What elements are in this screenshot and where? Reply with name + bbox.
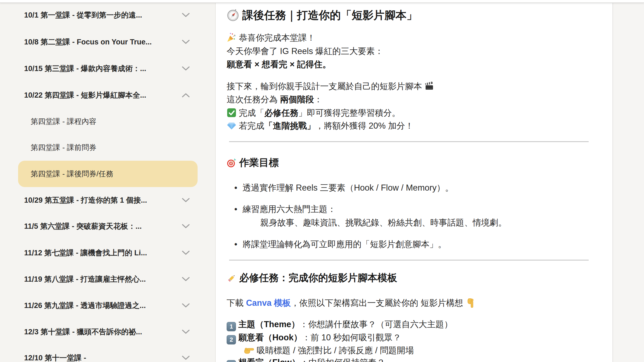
keycap-2-icon: 2 (227, 335, 236, 344)
text-run: 作業目標 (236, 157, 279, 168)
text-run: 親身故事、趣味資訊、挑戰紀錄、粉絲共創、時事話題、情境劇。 (260, 218, 507, 227)
text-run: 恭喜你完成本堂課！ (236, 33, 315, 43)
sidebar-subitem-1[interactable]: 第四堂課 - 課程內容 (0, 108, 216, 135)
sidebar-subitem-label: 第四堂課 - 課程內容 (31, 117, 96, 126)
sidebar-item-label: 12/10 第十一堂課 - (24, 353, 86, 362)
chevron-down-icon[interactable] (182, 66, 190, 71)
point-right-icon (244, 346, 254, 355)
chevron-down-icon[interactable] (182, 355, 190, 360)
sidebar-item-label: 12/3 第十堂課 - 獵頭不告訴你的祕... (24, 327, 142, 337)
text-run: 願意看（Hook） (238, 333, 302, 342)
text-run: 將課堂理論轉化為可立即應用的「短影片創意腳本」。 (243, 239, 446, 249)
text-run: ：你想講什麼故事？（可選自六大主題） (300, 319, 453, 329)
script-step-line: 2 願意看（Hook）：前 10 秒如何吸引觀眾？ (227, 331, 401, 344)
sidebar-item-lesson-8[interactable]: 11/19 第八堂課 - 打造讓雇主怦然心... (0, 266, 216, 292)
text-run: 必修任務：完成你的短影片腳本模板 (236, 272, 397, 283)
text-run: 「進階挑戰」 (264, 121, 315, 131)
sidebar-item-label: 11/12 第七堂課 - 讓機會找上門的 Li... (24, 248, 147, 258)
text-run: 」即可獲得完整學習積分。 (298, 108, 400, 118)
chevron-down-icon[interactable] (182, 13, 190, 18)
goal-bullet: 練習應用六大熱門主題： (227, 203, 336, 216)
point-down-icon (466, 298, 476, 308)
sidebar-item-label: 10/15 第三堂課 - 爆款內容養成術：... (24, 64, 146, 73)
keycap-3-icon: 3 (227, 360, 236, 362)
sidebar-item-label: 11/5 第六堂課 - 突破薪資天花板：... (24, 221, 142, 231)
goal-bullet: 透過實作理解 Reels 三要素（Hook / Flow / Memory）。 (227, 181, 454, 194)
chevron-down-icon[interactable] (182, 250, 190, 255)
page-title: 課後任務｜打造你的「短影片腳本」 (227, 7, 417, 23)
text-run: 今天你學會了 IG Reels 爆紅的三大要素： (227, 46, 383, 56)
text-run: 透過實作理解 Reels 三要素（Hook / Flow / Memory）。 (243, 183, 454, 193)
text-run (236, 333, 238, 342)
intro-line: 今天你學會了 IG Reels 爆紅的三大要素： (227, 45, 383, 58)
pencil-icon (227, 273, 236, 283)
course-page: 10/1 第一堂課 - 從零到第一步的遠...10/8 第二堂課 - Focus… (0, 0, 644, 362)
sidebar-item-lesson-10[interactable]: 12/3 第十堂課 - 獵頭不告訴你的祕... (0, 319, 216, 345)
stage-line: 完成「必修任務」即可獲得完整學習積分。 (227, 106, 400, 120)
text-run: ：前 10 秒如何吸引觀眾？ (302, 333, 401, 342)
canva-template-link[interactable]: Canva 模板 (246, 298, 291, 308)
goal-bullet: 將課堂理論轉化為可立即應用的「短影片創意腳本」。 (227, 238, 446, 251)
text-run: 吸睛標題 / 強烈對比 / 誇張反應 / 問題開場 (254, 346, 414, 355)
sidebar-item-lesson-6[interactable]: 11/5 第六堂課 - 突破薪資天花板：... (0, 213, 216, 239)
stage-line: 這次任務分為 兩個階段： (227, 93, 323, 106)
text-run: 下載 (227, 298, 246, 308)
script-step-line: 3 想看完（Flow）：中段如何保持節奏？ (227, 356, 385, 362)
text-run: 練習應用六大熱門主題： (243, 204, 336, 214)
sidebar-item-lesson-11[interactable]: 12/10 第十一堂課 - (0, 345, 216, 362)
text-run: 想看完（Flow） (238, 358, 300, 362)
target-icon (227, 158, 236, 168)
sidebar-item-label: 10/29 第五堂課 - 打造你的第 1 個接... (24, 195, 147, 205)
script-step-line: 吸睛標題 / 強烈對比 / 誇張反應 / 問題開場 (244, 344, 414, 357)
sidebar-item-lesson-3[interactable]: 10/15 第三堂課 - 爆款內容養成術：... (0, 55, 216, 82)
text-run: ，依照以下架構寫出一支屬於你的 短影片構想 (291, 298, 465, 308)
stage-line: 接下來，輪到你親手設計一支屬於自己的短影片腳本 (227, 80, 434, 93)
script-step-line: 1 主題（Theme）：你想講什麼故事？（可選自六大主題） (227, 318, 453, 331)
sidebar-item-lesson-7[interactable]: 11/12 第七堂課 - 讓機會找上門的 Li... (0, 240, 216, 266)
sidebar-item-lesson-4[interactable]: 10/22 第四堂課 - 短影片爆紅腳本全... (0, 82, 216, 108)
chevron-down-icon[interactable] (182, 198, 190, 203)
clapper-icon (424, 81, 434, 91)
text-run: 主題（Theme） (238, 319, 300, 329)
sidebar-item-lesson-1[interactable]: 10/1 第一堂課 - 從零到第一步的遠... (0, 2, 216, 28)
section-divider (229, 141, 589, 142)
sidebar-item-label: 10/1 第一堂課 - 從零到第一步的遠... (24, 10, 142, 20)
chevron-down-icon[interactable] (182, 277, 190, 282)
sidebar-subitem-2[interactable]: 第四堂課 - 課前問券 (0, 134, 216, 161)
chevron-down-icon[interactable] (182, 303, 190, 308)
intro-line: 恭喜你完成本堂課！ (227, 31, 315, 44)
sidebar-item-label: 11/19 第八堂課 - 打造讓雇主怦然心... (24, 274, 146, 284)
party-popper-icon (227, 33, 236, 43)
goals-heading: 作業目標 (227, 156, 279, 169)
sidebar-item-lesson-9[interactable]: 11/26 第九堂課 - 透過市場驗證過之... (0, 292, 216, 319)
right-gutter-panel (612, 3, 644, 362)
sidebar-item-lesson-2[interactable]: 10/8 第二堂課 - Focus on Your True... (0, 29, 216, 55)
task-intro-line: 下載 Canva 模板，依照以下架構寫出一支屬於你的 短影片構想 (227, 296, 476, 310)
sidebar-item-lesson-5[interactable]: 10/29 第五堂課 - 打造你的第 1 個接... (0, 187, 216, 213)
compass-icon (227, 9, 239, 21)
text-run: ：中段如何保持節奏？ (300, 358, 385, 362)
text-run: 課後任務｜打造你的「短影片腳本」 (239, 9, 417, 21)
text-run: ，將額外獲得 20% 加分！ (315, 121, 414, 131)
text-run: 完成「 (236, 108, 264, 118)
page-top-border (0, 0, 644, 3)
text-run: 接下來，輪到你親手設計一支屬於自己的短影片腳本 (227, 81, 424, 91)
chevron-up-icon[interactable] (182, 93, 190, 98)
check-icon (227, 108, 236, 118)
goal-bullet-subline: 親身故事、趣味資訊、挑戰紀錄、粉絲共創、時事話題、情境劇。 (260, 216, 507, 229)
text-run: 這次任務分為 (227, 95, 280, 104)
sidebar-item-label: 10/22 第四堂課 - 短影片爆紅腳本全... (24, 90, 146, 100)
intro-line: 願意看 × 想看完 × 記得住。 (227, 58, 331, 71)
section-divider (229, 260, 589, 261)
sidebar-subitem-3-selected[interactable]: 第四堂課 - 課後問券/任務 (18, 161, 198, 187)
keycap-1-icon: 1 (227, 322, 236, 331)
sidebar-subitem-label: 第四堂課 - 課後問券/任務 (31, 169, 113, 179)
chevron-down-icon[interactable] (182, 39, 190, 44)
sidebar-item-label: 10/8 第二堂課 - Focus on Your True... (24, 37, 152, 47)
text-run: 必修任務 (264, 108, 298, 118)
stage-line: 若完成「進階挑戰」，將額外獲得 20% 加分！ (227, 119, 414, 132)
text-run: 願意看 × 想看完 × 記得住。 (227, 60, 331, 69)
chevron-down-icon[interactable] (182, 329, 190, 334)
required-task-heading: 必修任務：完成你的短影片腳本模板 (227, 271, 397, 284)
chevron-down-icon[interactable] (182, 224, 190, 229)
